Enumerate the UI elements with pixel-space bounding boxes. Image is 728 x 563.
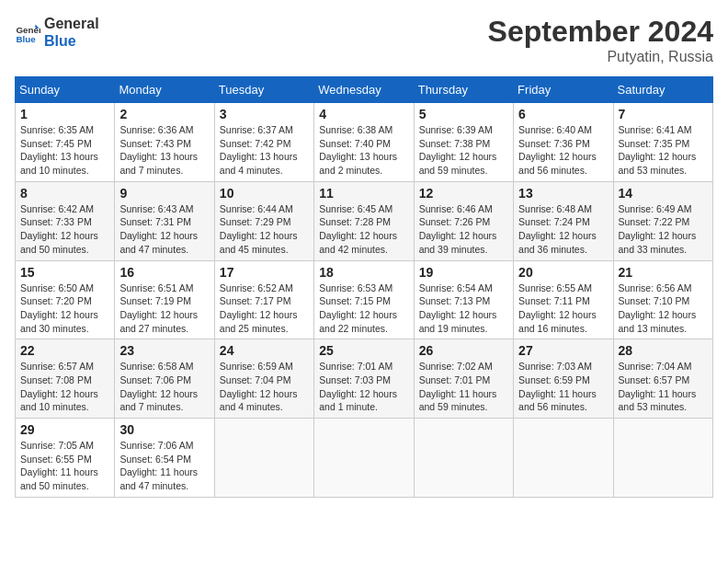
day-number: 21 [619, 265, 708, 280]
month-title: September 2024 [488, 15, 713, 49]
calendar-week-3: 15Sunrise: 6:50 AM Sunset: 7:20 PM Dayli… [16, 260, 713, 339]
calendar-cell: 12Sunrise: 6:46 AM Sunset: 7:26 PM Dayli… [414, 181, 513, 260]
day-info: Sunrise: 6:54 AM Sunset: 7:13 PM Dayligh… [419, 282, 508, 336]
day-info: Sunrise: 6:50 AM Sunset: 7:20 PM Dayligh… [20, 282, 109, 336]
day-number: 6 [518, 107, 608, 121]
day-info: Sunrise: 7:04 AM Sunset: 6:57 PM Dayligh… [619, 360, 708, 414]
day-info: Sunrise: 6:59 AM Sunset: 7:04 PM Dayligh… [220, 360, 309, 414]
calendar-cell: 2Sunrise: 6:36 AM Sunset: 7:43 PM Daylig… [115, 103, 214, 182]
day-info: Sunrise: 7:02 AM Sunset: 7:01 PM Dayligh… [419, 360, 508, 414]
weekday-header-saturday: Saturday [613, 77, 712, 103]
day-number: 7 [619, 107, 708, 121]
calendar-cell: 30Sunrise: 7:06 AM Sunset: 6:54 PM Dayli… [115, 419, 214, 498]
logo-general: General [44, 15, 99, 32]
weekday-header-row: SundayMondayTuesdayWednesdayThursdayFrid… [16, 77, 713, 103]
location: Putyatin, Russia [488, 49, 713, 65]
day-info: Sunrise: 7:06 AM Sunset: 6:54 PM Dayligh… [119, 439, 209, 493]
calendar-cell [514, 419, 613, 498]
calendar-cell: 17Sunrise: 6:52 AM Sunset: 7:17 PM Dayli… [214, 260, 313, 339]
day-number: 30 [119, 422, 209, 437]
calendar-cell: 24Sunrise: 6:59 AM Sunset: 7:04 PM Dayli… [214, 339, 313, 419]
day-number: 22 [20, 343, 109, 358]
day-info: Sunrise: 6:43 AM Sunset: 7:31 PM Dayligh… [119, 202, 209, 257]
day-number: 10 [220, 186, 309, 201]
logo: General Blue General Blue [15, 15, 99, 50]
day-number: 13 [518, 186, 608, 201]
calendar-cell: 5Sunrise: 6:39 AM Sunset: 7:38 PM Daylig… [414, 103, 513, 182]
day-number: 29 [20, 422, 109, 437]
calendar-cell: 28Sunrise: 7:04 AM Sunset: 6:57 PM Dayli… [613, 339, 712, 419]
day-number: 25 [319, 343, 408, 358]
weekday-header-wednesday: Wednesday [314, 77, 414, 103]
calendar-table: SundayMondayTuesdayWednesdayThursdayFrid… [15, 76, 713, 498]
calendar-week-4: 22Sunrise: 6:57 AM Sunset: 7:08 PM Dayli… [16, 339, 713, 419]
day-info: Sunrise: 6:52 AM Sunset: 7:17 PM Dayligh… [220, 282, 309, 336]
day-info: Sunrise: 6:57 AM Sunset: 7:08 PM Dayligh… [20, 360, 109, 414]
day-info: Sunrise: 6:56 AM Sunset: 7:10 PM Dayligh… [619, 282, 708, 336]
calendar-cell: 27Sunrise: 7:03 AM Sunset: 6:59 PM Dayli… [514, 339, 613, 419]
calendar-cell: 10Sunrise: 6:44 AM Sunset: 7:29 PM Dayli… [214, 181, 313, 260]
day-number: 28 [619, 343, 708, 358]
calendar-cell: 4Sunrise: 6:38 AM Sunset: 7:40 PM Daylig… [314, 103, 414, 182]
calendar-week-5: 29Sunrise: 7:05 AM Sunset: 6:55 PM Dayli… [16, 419, 713, 498]
logo-icon: General Blue [15, 19, 40, 45]
calendar-cell: 15Sunrise: 6:50 AM Sunset: 7:20 PM Dayli… [16, 260, 115, 339]
weekday-header-tuesday: Tuesday [214, 77, 313, 103]
day-info: Sunrise: 6:49 AM Sunset: 7:22 PM Dayligh… [619, 202, 708, 257]
day-info: Sunrise: 6:48 AM Sunset: 7:24 PM Dayligh… [518, 202, 608, 257]
day-number: 3 [220, 107, 309, 121]
day-number: 9 [119, 186, 209, 201]
weekday-header-friday: Friday [514, 77, 613, 103]
day-info: Sunrise: 6:53 AM Sunset: 7:15 PM Dayligh… [319, 282, 408, 336]
calendar-cell: 22Sunrise: 6:57 AM Sunset: 7:08 PM Dayli… [16, 339, 115, 419]
day-number: 24 [220, 343, 309, 358]
calendar-cell: 21Sunrise: 6:56 AM Sunset: 7:10 PM Dayli… [613, 260, 712, 339]
calendar-cell: 25Sunrise: 7:01 AM Sunset: 7:03 PM Dayli… [314, 339, 414, 419]
day-info: Sunrise: 6:35 AM Sunset: 7:45 PM Dayligh… [20, 123, 109, 178]
day-info: Sunrise: 7:03 AM Sunset: 6:59 PM Dayligh… [518, 360, 608, 414]
day-number: 15 [20, 265, 109, 280]
day-info: Sunrise: 6:45 AM Sunset: 7:28 PM Dayligh… [319, 202, 408, 257]
calendar-cell: 13Sunrise: 6:48 AM Sunset: 7:24 PM Dayli… [514, 181, 613, 260]
calendar-cell [214, 419, 313, 498]
day-number: 19 [419, 265, 508, 280]
day-number: 8 [20, 186, 109, 201]
logo-blue: Blue [44, 32, 99, 50]
calendar-cell [314, 419, 414, 498]
weekday-header-thursday: Thursday [414, 77, 513, 103]
day-info: Sunrise: 7:05 AM Sunset: 6:55 PM Dayligh… [20, 439, 109, 493]
calendar-cell: 11Sunrise: 6:45 AM Sunset: 7:28 PM Dayli… [314, 181, 414, 260]
day-number: 16 [119, 265, 209, 280]
calendar-cell: 29Sunrise: 7:05 AM Sunset: 6:55 PM Dayli… [16, 419, 115, 498]
day-info: Sunrise: 6:44 AM Sunset: 7:29 PM Dayligh… [220, 202, 309, 257]
day-info: Sunrise: 6:38 AM Sunset: 7:40 PM Dayligh… [319, 123, 408, 178]
page-header: General Blue General Blue September 2024… [15, 15, 713, 65]
day-info: Sunrise: 6:55 AM Sunset: 7:11 PM Dayligh… [518, 282, 608, 336]
calendar-cell: 14Sunrise: 6:49 AM Sunset: 7:22 PM Dayli… [613, 181, 712, 260]
svg-text:Blue: Blue [16, 34, 36, 44]
day-number: 2 [119, 107, 209, 121]
day-number: 26 [419, 343, 508, 358]
weekday-header-sunday: Sunday [16, 77, 115, 103]
day-number: 11 [319, 186, 408, 201]
day-number: 5 [419, 107, 508, 121]
calendar-cell: 20Sunrise: 6:55 AM Sunset: 7:11 PM Dayli… [514, 260, 613, 339]
day-number: 14 [619, 186, 708, 201]
day-info: Sunrise: 6:41 AM Sunset: 7:35 PM Dayligh… [619, 123, 708, 178]
calendar-week-2: 8Sunrise: 6:42 AM Sunset: 7:33 PM Daylig… [16, 181, 713, 260]
day-info: Sunrise: 6:39 AM Sunset: 7:38 PM Dayligh… [419, 123, 508, 178]
day-number: 4 [319, 107, 408, 121]
day-info: Sunrise: 6:36 AM Sunset: 7:43 PM Dayligh… [119, 123, 209, 178]
calendar-week-1: 1Sunrise: 6:35 AM Sunset: 7:45 PM Daylig… [16, 103, 713, 182]
day-info: Sunrise: 7:01 AM Sunset: 7:03 PM Dayligh… [319, 360, 408, 414]
weekday-header-monday: Monday [115, 77, 214, 103]
calendar-cell: 9Sunrise: 6:43 AM Sunset: 7:31 PM Daylig… [115, 181, 214, 260]
calendar-cell: 6Sunrise: 6:40 AM Sunset: 7:36 PM Daylig… [514, 103, 613, 182]
calendar-cell: 8Sunrise: 6:42 AM Sunset: 7:33 PM Daylig… [16, 181, 115, 260]
day-number: 23 [119, 343, 209, 358]
calendar-cell: 7Sunrise: 6:41 AM Sunset: 7:35 PM Daylig… [613, 103, 712, 182]
day-number: 20 [518, 265, 608, 280]
day-number: 12 [419, 186, 508, 201]
calendar-cell: 23Sunrise: 6:58 AM Sunset: 7:06 PM Dayli… [115, 339, 214, 419]
day-number: 27 [518, 343, 608, 358]
